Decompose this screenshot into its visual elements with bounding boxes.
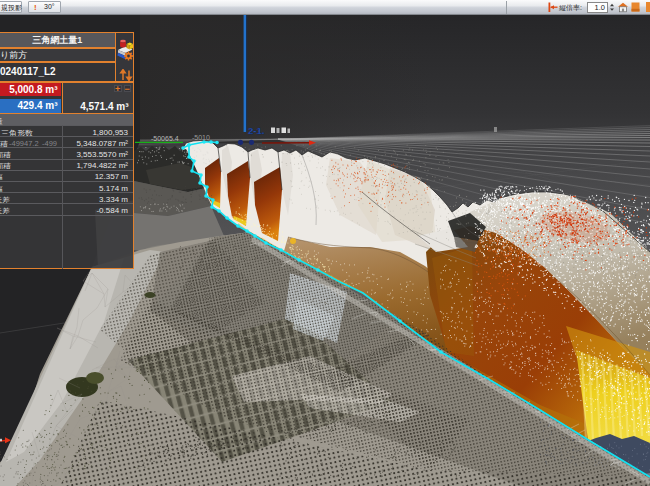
svg-text:-5010: -5010 bbox=[192, 134, 210, 141]
svg-text:-50065.4: -50065.4 bbox=[151, 135, 179, 142]
svg-text:2-1.: 2-1. bbox=[248, 125, 264, 136]
